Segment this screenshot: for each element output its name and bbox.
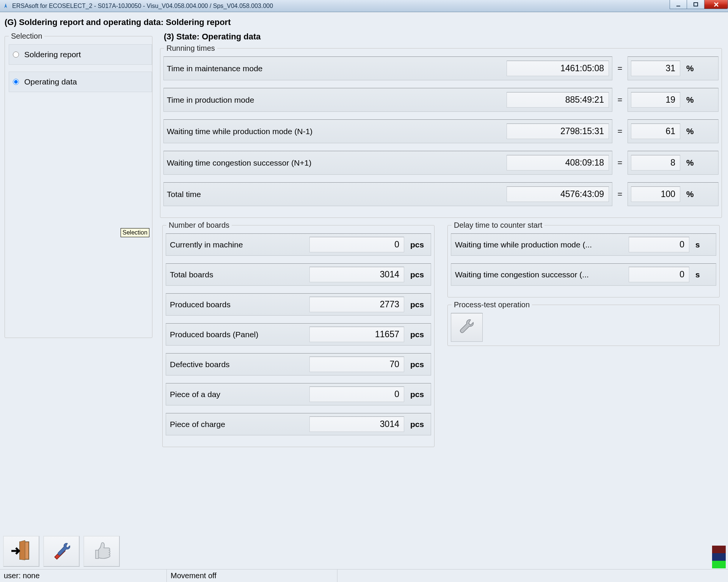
running-time-pct: 8 <box>631 155 680 171</box>
running-time-pct-cell: 31% <box>628 56 719 80</box>
delay-label: Waiting time while production mode (... <box>455 240 629 249</box>
boards-unit: pcs <box>410 270 427 279</box>
radio-label: Operating data <box>24 77 77 86</box>
tools-button[interactable] <box>43 536 80 567</box>
boards-unit: pcs <box>410 360 427 369</box>
running-time-pct: 31 <box>631 61 680 76</box>
window-minimize-button[interactable] <box>670 0 687 9</box>
running-time-cell: Waiting time congestion successor (N+1)4… <box>163 151 612 175</box>
exit-button[interactable] <box>3 536 39 567</box>
running-time-row: Time in production mode885:49:21=19% <box>163 88 719 112</box>
process-test-button[interactable] <box>451 313 483 342</box>
selection-option-soldering-report[interactable]: Soldering report <box>9 44 152 65</box>
boards-row: Produced boards2773pcs <box>166 293 431 316</box>
boards-value: 3014 <box>309 267 404 282</box>
running-time-pct-cell: 8% <box>628 151 719 175</box>
running-time-value: 885:49:21 <box>507 92 609 108</box>
thumbs-up-icon <box>90 540 113 563</box>
running-time-pct: 61 <box>631 124 680 139</box>
boards-unit: pcs <box>410 390 427 399</box>
delay-row: Waiting time while production mode (...0… <box>451 233 716 256</box>
running-time-label: Time in maintenance mode <box>167 64 507 73</box>
status-movement: Movement off <box>167 569 337 582</box>
boards-label: Piece of a day <box>170 390 309 399</box>
window-titlebar: ERSAsoft for ECOSELECT_2 - S017A-10J0050… <box>0 0 728 12</box>
selection-group: Selection Soldering report Operating dat… <box>5 32 152 338</box>
running-time-cell: Time in production mode885:49:21 <box>163 88 612 112</box>
boards-row: Defective boards70pcs <box>166 353 431 375</box>
running-time-value: 2798:15:31 <box>507 124 609 139</box>
equals-sign: = <box>612 88 628 112</box>
running-time-cell: Total time4576:43:09 <box>163 182 612 206</box>
selection-option-operating-data[interactable]: Operating data <box>9 72 152 92</box>
boards-row: Total boards3014pcs <box>166 263 431 286</box>
boards-label: Defective boards <box>170 360 309 369</box>
running-time-value: 408:09:18 <box>507 155 609 171</box>
running-time-cell: Waiting time while production mode (N-1)… <box>163 119 612 143</box>
running-time-pct: 100 <box>631 186 680 202</box>
boards-value: 0 <box>309 237 404 252</box>
running-time-pct-cell: 19% <box>628 88 719 112</box>
number-of-boards-legend: Number of boards <box>166 221 232 230</box>
pct-sign: % <box>686 95 694 105</box>
boards-value: 3014 <box>309 416 404 432</box>
running-time-row: Waiting time congestion successor (N+1)4… <box>163 151 719 175</box>
delay-time-group: Delay time to counter start Waiting time… <box>447 221 720 297</box>
window-maximize-button[interactable] <box>687 0 704 9</box>
running-time-label: Time in production mode <box>167 95 507 105</box>
boards-value: 70 <box>309 357 404 372</box>
indicator-blue <box>712 553 726 561</box>
boards-label: Produced boards <box>170 300 309 309</box>
indicator-green <box>712 561 726 568</box>
running-time-pct-cell: 61% <box>628 119 719 143</box>
running-times-legend: Running times <box>164 44 217 53</box>
screwdriver-wrench-icon <box>50 540 73 563</box>
delay-unit: s <box>695 270 712 279</box>
number-of-boards-group: Number of boards Currently in machine0pc… <box>162 221 435 447</box>
equals-sign: = <box>612 119 628 143</box>
running-time-label: Waiting time while production mode (N-1) <box>167 127 507 136</box>
delay-label: Waiting time congestion successor (... <box>455 270 629 279</box>
state-title: (3) State: Operating data <box>156 31 726 43</box>
running-time-label: Total time <box>167 190 507 199</box>
window-title: ERSAsoft for ECOSELECT_2 - S017A-10J0050… <box>12 3 273 9</box>
svg-marker-3 <box>20 540 25 560</box>
delay-row: Waiting time congestion successor (...0s <box>451 263 716 286</box>
boards-row: Piece of charge3014pcs <box>166 413 431 435</box>
boards-row: Produced boards (Panel)11657pcs <box>166 323 431 346</box>
selection-legend: Selection <box>9 32 44 41</box>
delay-value: 0 <box>629 267 689 282</box>
running-time-value: 4576:43:09 <box>507 186 609 202</box>
boards-label: Produced boards (Panel) <box>170 330 309 339</box>
equals-sign: = <box>612 182 628 206</box>
delay-value: 0 <box>629 237 689 252</box>
boards-row: Currently in machine0pcs <box>166 233 431 256</box>
delay-time-legend: Delay time to counter start <box>452 221 544 230</box>
boards-value: 0 <box>309 386 404 402</box>
status-user: user: none <box>0 569 167 582</box>
running-time-row: Waiting time while production mode (N-1)… <box>163 119 719 143</box>
boards-value: 2773 <box>309 297 404 312</box>
page-title: (G) Soldering report and operating data:… <box>0 12 728 31</box>
boards-unit: pcs <box>410 330 427 339</box>
boards-label: Total boards <box>170 270 309 279</box>
radio-operating-data[interactable] <box>13 79 19 85</box>
boards-row: Piece of a day0pcs <box>166 383 431 405</box>
confirm-button[interactable] <box>83 536 120 567</box>
boards-label: Piece of charge <box>170 420 309 429</box>
delay-unit: s <box>695 240 712 249</box>
radio-soldering-report[interactable] <box>13 52 19 58</box>
running-time-pct: 19 <box>631 92 680 108</box>
bottom-toolbar <box>3 536 120 567</box>
process-test-legend: Process-test operation <box>452 300 532 309</box>
status-bar: user: none Movement off <box>0 569 728 582</box>
radio-label: Soldering report <box>24 50 81 59</box>
running-time-value: 1461:05:08 <box>507 61 609 76</box>
window-close-button[interactable] <box>704 0 728 9</box>
process-test-group: Process-test operation <box>447 300 720 346</box>
indicator-red <box>712 546 726 553</box>
running-time-row: Total time4576:43:09=100% <box>163 182 719 206</box>
app-icon <box>2 3 9 9</box>
exit-door-icon <box>10 540 33 563</box>
running-time-cell: Time in maintenance mode1461:05:08 <box>163 56 612 80</box>
